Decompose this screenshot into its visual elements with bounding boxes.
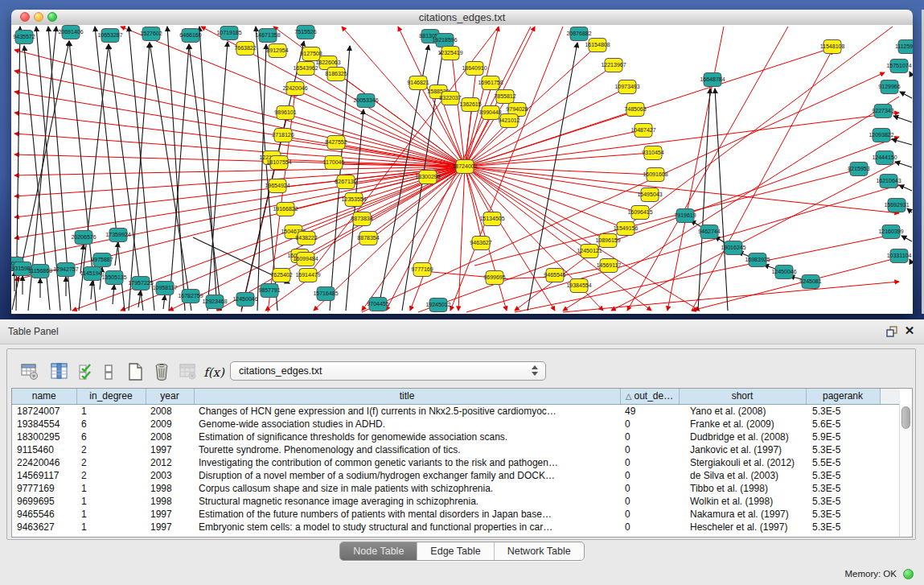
graph-edge[interactable] bbox=[14, 167, 465, 259]
graph-node[interactable] bbox=[436, 34, 454, 47]
graph-node[interactable] bbox=[647, 168, 664, 182]
graph-node[interactable] bbox=[441, 47, 459, 60]
graph-edge[interactable] bbox=[14, 50, 465, 167]
graph-node[interactable] bbox=[644, 146, 662, 160]
graph-edge[interactable] bbox=[900, 92, 912, 98]
table-row[interactable]: 911546021997Tourette syndrome. Phenomeno… bbox=[12, 443, 900, 456]
graph-edge[interactable] bbox=[138, 290, 141, 307]
close-panel-icon[interactable]: ✕ bbox=[903, 323, 916, 339]
graph-node[interactable] bbox=[359, 232, 377, 245]
graph-node[interactable] bbox=[589, 39, 606, 52]
graph-edge[interactable] bbox=[14, 134, 465, 167]
graph-node[interactable] bbox=[618, 80, 636, 94]
column-header-pagerank[interactable]: pagerank bbox=[806, 389, 880, 404]
graph-node[interactable] bbox=[749, 253, 766, 267]
graph-node[interactable] bbox=[101, 29, 119, 43]
graph-node[interactable] bbox=[270, 156, 288, 170]
memory-ok-indicator[interactable] bbox=[903, 569, 914, 579]
column-header-in_degree[interactable]: in_degree bbox=[76, 389, 146, 404]
table-mode-button[interactable] bbox=[18, 360, 41, 383]
table-row[interactable]: 1872400712008Changes of HCN gene express… bbox=[12, 404, 900, 418]
graph-node[interactable] bbox=[274, 129, 292, 142]
column-header-title[interactable]: title bbox=[194, 389, 620, 404]
graph-node[interactable] bbox=[472, 237, 490, 250]
graph-node[interactable] bbox=[14, 262, 31, 276]
graph-node[interactable] bbox=[132, 277, 150, 290]
graph-node[interactable] bbox=[75, 231, 92, 245]
graph-node[interactable] bbox=[441, 92, 459, 105]
column-header-name[interactable]: name bbox=[12, 389, 76, 404]
graph-node[interactable] bbox=[605, 59, 622, 72]
graph-node[interactable] bbox=[617, 222, 634, 236]
graph-node[interactable] bbox=[345, 193, 363, 207]
graph-edge[interactable] bbox=[899, 185, 912, 191]
graph-node[interactable] bbox=[337, 175, 355, 189]
graph-node[interactable] bbox=[297, 62, 314, 76]
graph-node[interactable] bbox=[142, 27, 160, 41]
graph-node[interactable] bbox=[182, 29, 199, 43]
graph-node[interactable] bbox=[802, 275, 819, 289]
graph-edge[interactable] bbox=[692, 257, 899, 311]
graph-node[interactable] bbox=[486, 271, 503, 285]
graph-node[interactable] bbox=[259, 29, 277, 43]
graph-edge[interactable] bbox=[895, 162, 912, 167]
graph-node[interactable] bbox=[570, 27, 588, 41]
graph-node[interactable] bbox=[236, 293, 254, 307]
graph-node[interactable] bbox=[880, 175, 897, 188]
graph-node[interactable] bbox=[286, 82, 304, 96]
graph-node[interactable] bbox=[357, 94, 375, 108]
graph-edge[interactable] bbox=[424, 271, 493, 278]
graph-node[interactable] bbox=[409, 76, 427, 90]
graph-node[interactable] bbox=[873, 129, 890, 142]
graph-node[interactable] bbox=[676, 209, 694, 223]
graph-node[interactable] bbox=[599, 234, 617, 248]
graph-edge[interactable] bbox=[515, 233, 899, 312]
graph-node[interactable] bbox=[317, 287, 335, 301]
zoom-window-button[interactable] bbox=[47, 12, 57, 22]
graph-node[interactable] bbox=[850, 163, 868, 176]
minimize-window-button[interactable] bbox=[34, 12, 43, 22]
graph-edge[interactable] bbox=[466, 185, 899, 312]
graph-edge[interactable] bbox=[14, 71, 465, 167]
window-titlebar[interactable]: citations_edges.txt bbox=[11, 10, 913, 26]
graph-edge[interactable] bbox=[465, 106, 472, 167]
graph-node[interactable] bbox=[269, 44, 286, 58]
graph-edge[interactable] bbox=[893, 116, 912, 122]
graph-node[interactable] bbox=[429, 299, 447, 312]
graph-edge[interactable] bbox=[199, 27, 217, 311]
graph-node[interactable] bbox=[298, 232, 315, 245]
graph-node[interactable] bbox=[105, 271, 123, 285]
graph-node[interactable] bbox=[823, 40, 841, 54]
graph-node[interactable] bbox=[353, 212, 371, 226]
graph-node[interactable] bbox=[570, 279, 588, 293]
graph-node[interactable] bbox=[462, 98, 479, 112]
graph-node[interactable] bbox=[156, 282, 174, 295]
graph-node[interactable] bbox=[299, 269, 317, 282]
function-builder-button[interactable]: f(x) bbox=[203, 360, 225, 383]
show-columns-button[interactable] bbox=[48, 360, 71, 383]
graph-node[interactable] bbox=[273, 269, 290, 282]
graph-node[interactable] bbox=[31, 265, 49, 278]
graph-edge[interactable] bbox=[910, 259, 912, 264]
graph-edge[interactable] bbox=[297, 90, 465, 167]
graph-edge[interactable] bbox=[169, 44, 189, 311]
delete-button[interactable] bbox=[150, 360, 173, 383]
table-scrollbar-thumb[interactable] bbox=[901, 406, 910, 429]
graph-edge[interactable] bbox=[163, 295, 165, 309]
select-all-button[interactable] bbox=[76, 360, 98, 383]
graph-edge[interactable] bbox=[91, 281, 92, 299]
graph-node[interactable] bbox=[581, 245, 598, 258]
graph-edge[interactable] bbox=[129, 27, 154, 311]
tab-node-table[interactable]: Node Table bbox=[340, 542, 417, 560]
column-header-year[interactable]: year bbox=[146, 389, 194, 404]
table-scrollbar[interactable] bbox=[899, 404, 912, 537]
graph-node[interactable] bbox=[220, 27, 238, 40]
graph-node[interactable] bbox=[15, 31, 33, 44]
graph-node[interactable] bbox=[277, 203, 294, 216]
graph-node[interactable] bbox=[456, 160, 474, 174]
network-canvas[interactable]: 9435572206914061065328715276026466160107… bbox=[11, 25, 913, 314]
graph-node[interactable] bbox=[890, 249, 908, 263]
graph-edge[interactable] bbox=[189, 44, 221, 311]
graph-node[interactable] bbox=[634, 124, 652, 138]
delete-table-button[interactable] bbox=[177, 360, 199, 383]
